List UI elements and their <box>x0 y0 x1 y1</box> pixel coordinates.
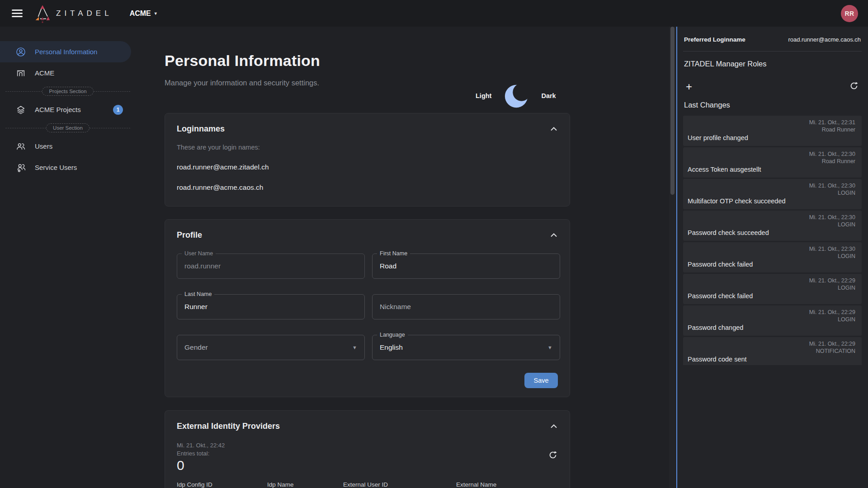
preferred-loginname-row: Preferred Loginname road.runner@acme.cao… <box>683 27 862 51</box>
change-actor: LOGIN <box>809 221 855 228</box>
change-item[interactable]: Mi. 21. Okt., 22:30 LOGIN Password check… <box>683 242 862 272</box>
sidebar-item-label: ACME <box>35 69 54 77</box>
add-manager-role-button[interactable]: + <box>686 82 692 91</box>
organization-icon <box>15 68 26 78</box>
gender-select[interactable]: Gender ▼ <box>177 335 365 360</box>
language-value: English <box>380 343 547 352</box>
change-event: User profile changed <box>688 134 855 141</box>
preferred-loginname-value: road.runner@acme.caos.ch <box>788 36 861 43</box>
change-actor: LOGIN <box>809 190 855 196</box>
page-title: Personal Information <box>165 52 669 70</box>
chevron-up-icon <box>550 127 558 131</box>
refresh-icon <box>548 450 558 460</box>
chevron-up-icon <box>550 233 558 238</box>
sidebar-item-personal-information[interactable]: Personal Information <box>0 41 131 62</box>
loginnames-card: Loginnames These are your login names: r… <box>165 113 570 206</box>
language-label: Language <box>377 332 408 338</box>
idp-col-header: Idp Config ID <box>177 481 267 488</box>
users-icon <box>15 141 26 151</box>
change-actor: Road Runner <box>809 158 855 164</box>
change-event: Password check succeeded <box>688 229 855 236</box>
zitadel-logo[interactable]: ZITADEL <box>33 4 113 23</box>
user-section-divider: User Section <box>0 120 136 136</box>
sidebar-item-acme-projects[interactable]: ACME Projects 1 <box>0 99 131 120</box>
theme-light-label: Light <box>476 92 491 99</box>
change-item[interactable]: Mi. 21. Okt., 22:30 Road Runner Access T… <box>683 147 862 178</box>
change-actor: LOGIN <box>809 253 855 259</box>
nickname-input[interactable] <box>380 303 552 311</box>
projects-count-badge: 1 <box>113 105 123 115</box>
loginnames-description: These are your login names: <box>177 144 558 151</box>
idp-col-header: External User ID <box>343 481 456 488</box>
lastname-input[interactable] <box>184 303 357 311</box>
change-event: Password changed <box>688 324 855 331</box>
save-button[interactable]: Save <box>524 373 558 388</box>
layers-icon <box>15 105 26 115</box>
idp-entries-count: 0 <box>177 458 225 473</box>
top-bar: ZITADEL ACME ▾ RR <box>0 0 868 27</box>
change-item[interactable]: Mi. 21. Okt., 22:30 LOGIN Password check… <box>683 211 862 241</box>
firstname-input[interactable] <box>380 262 552 270</box>
change-item[interactable]: Mi. 21. Okt., 22:29 LOGIN Password chang… <box>683 305 862 336</box>
org-switcher[interactable]: ACME ▾ <box>130 9 157 18</box>
main-content: Personal Information Manage your informa… <box>136 27 669 488</box>
loginnames-card-title: Loginnames <box>177 124 225 134</box>
change-date: Mi. 21. Okt., 22:30 <box>809 246 855 252</box>
collapse-loginnames-button[interactable] <box>550 127 558 131</box>
change-date: Mi. 21. Okt., 22:29 <box>809 277 855 284</box>
roles-refresh-button[interactable] <box>849 81 859 93</box>
idp-col-header: External Name <box>456 481 558 488</box>
change-item[interactable]: Mi. 21. Okt., 22:29 LOGIN Password check… <box>683 274 862 304</box>
collapse-profile-button[interactable] <box>550 233 558 238</box>
idp-col-header: Idp Name <box>267 481 343 488</box>
org-name: ACME <box>130 9 151 18</box>
language-select[interactable]: Language English ▼ <box>372 335 560 360</box>
side-nav: Personal Information ACME Projects Secti… <box>0 27 136 488</box>
gender-placeholder: Gender <box>184 343 352 352</box>
person-circle-icon <box>15 47 26 57</box>
caret-down-icon: ▼ <box>547 345 552 350</box>
sidebar-item-users[interactable]: Users <box>0 136 131 157</box>
idp-timestamp: Mi. 21. Okt., 22:42 <box>177 442 225 449</box>
username-label: User Name <box>182 250 216 257</box>
caret-down-icon: ▼ <box>352 345 357 350</box>
change-date: Mi. 21. Okt., 22:29 <box>809 309 855 315</box>
change-item[interactable]: Mi. 21. Okt., 22:30 LOGIN Multifactor OT… <box>683 179 862 209</box>
username-field: User Name <box>177 253 365 279</box>
firstname-field: First Name <box>372 253 560 279</box>
sidebar-item-service-users[interactable]: Service Users <box>0 157 131 178</box>
moon-icon[interactable] <box>502 82 530 110</box>
change-event: Password check failed <box>688 261 855 268</box>
change-item[interactable]: Mi. 21. Okt., 22:31 Road Runner User pro… <box>683 116 862 146</box>
preferred-loginname-label: Preferred Loginname <box>684 36 745 43</box>
menu-icon[interactable] <box>12 9 23 17</box>
change-item[interactable]: Mi. 21. Okt., 22:29 NOTIFICATION Passwor… <box>683 337 862 365</box>
loginname-value: road.runner@acme.zitadel.ch <box>177 163 558 171</box>
user-section-label: User Section <box>46 123 90 132</box>
lastname-label: Last Name <box>182 291 214 297</box>
zitadel-logo-icon <box>33 4 52 23</box>
collapse-idp-button[interactable] <box>550 424 558 429</box>
refresh-icon <box>849 81 859 91</box>
change-event: Multifactor OTP check succeeded <box>688 197 855 205</box>
main-scrollbar-thumb[interactable] <box>670 27 675 195</box>
idp-refresh-button[interactable] <box>548 450 558 462</box>
external-idp-card-title: External Identity Providers <box>177 422 280 431</box>
change-date: Mi. 21. Okt., 22:30 <box>809 151 855 157</box>
change-date: Mi. 21. Okt., 22:29 <box>809 341 855 347</box>
manager-roles-title: ZITADEL Manager Roles <box>684 60 861 68</box>
main-scrollbar[interactable] <box>669 27 676 488</box>
sidebar-item-label: ACME Projects <box>35 106 81 113</box>
last-changes-list: Mi. 21. Okt., 22:31 Road Runner User pro… <box>683 116 862 365</box>
change-event: Password code sent <box>688 356 855 363</box>
profile-card-title: Profile <box>177 230 202 240</box>
sidebar-item-label: Users <box>35 142 52 150</box>
change-actor: LOGIN <box>809 285 855 291</box>
theme-dark-label: Dark <box>541 92 556 99</box>
sidebar-item-label: Personal Information <box>35 48 97 56</box>
avatar[interactable]: RR <box>841 5 858 22</box>
projects-section-divider: Projects Section <box>0 84 136 99</box>
change-actor: Road Runner <box>809 127 855 133</box>
theme-toggle[interactable]: Light Dark <box>476 82 556 110</box>
sidebar-item-acme-org[interactable]: ACME <box>0 62 131 84</box>
